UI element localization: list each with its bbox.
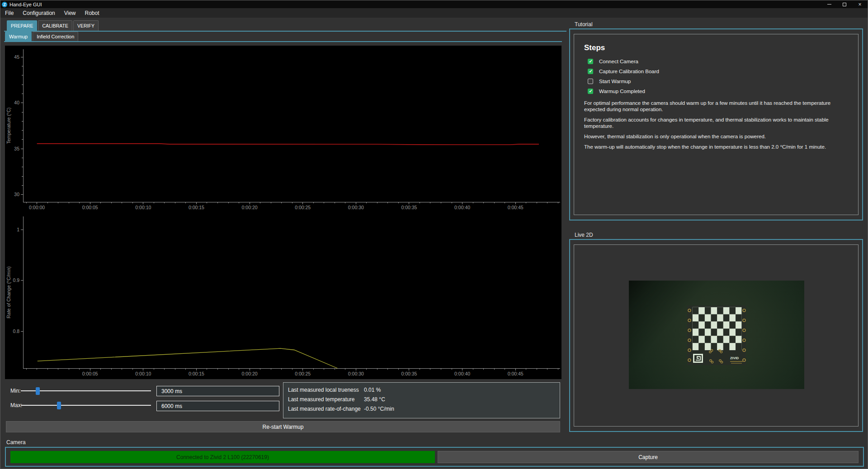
step-connect-camera: Connect Camera xyxy=(588,59,846,64)
info-row-temperature: Last measured temperature 35.48 °C xyxy=(288,396,560,403)
rate-of-change-chart: 0:00:050:00:100:00:150:00:200:00:250:00:… xyxy=(5,213,561,379)
step-checkbox[interactable] xyxy=(588,79,593,84)
step-start-warmup: Start Warmup xyxy=(588,79,846,84)
svg-text:Rate of Change (°C/min): Rate of Change (°C/min) xyxy=(6,266,11,318)
steps-heading: Steps xyxy=(584,43,846,52)
capture-button[interactable]: Capture xyxy=(438,451,859,463)
tab-infield-correction[interactable]: Infield Correction xyxy=(33,32,78,41)
tutorial-paragraph: However, thermal stabilization is only o… xyxy=(584,133,846,140)
camera-connection-status: Connected to Zivid 2 L100 (22270619) xyxy=(10,451,435,463)
svg-text:0:00:10: 0:00:10 xyxy=(135,371,151,376)
trueness-value: 0.01 % xyxy=(364,387,381,393)
tab-warmup[interactable]: Warmup xyxy=(5,32,32,41)
tutorial-paragraph: Factory calibration accounts for changes… xyxy=(584,117,846,129)
board-brand-text: ZIVID xyxy=(730,356,739,360)
menu-file[interactable]: File xyxy=(0,8,18,18)
svg-text:0:00:10: 0:00:10 xyxy=(135,205,151,210)
sub-tab-bar: Warmup Infield Correction xyxy=(5,32,78,41)
tutorial-paragraphs: For optimal performance the camera shoul… xyxy=(584,100,846,150)
close-button[interactable]: × xyxy=(852,0,868,8)
max-value-field[interactable]: 6000 ms xyxy=(156,401,279,411)
svg-text:40: 40 xyxy=(14,100,19,105)
zivid-logo-icon: Z xyxy=(2,2,7,7)
menu-view[interactable]: View xyxy=(60,8,80,18)
minimize-icon xyxy=(827,4,831,5)
sub-tab-underline xyxy=(4,41,562,42)
restart-warmup-button[interactable]: Re-start Warmup xyxy=(6,421,560,432)
trueness-label: Last measured local trueness xyxy=(288,387,364,393)
svg-text:30: 30 xyxy=(14,192,19,197)
svg-text:0:00:35: 0:00:35 xyxy=(401,205,417,210)
tutorial-paragraph: The warm-up will automatically stop when… xyxy=(584,144,846,150)
min-slider[interactable] xyxy=(21,390,151,391)
svg-text:0:00:45: 0:00:45 xyxy=(508,205,524,210)
rate-value: -0.50 °C/min xyxy=(364,406,394,412)
svg-text:0:00:35: 0:00:35 xyxy=(401,371,417,376)
main-tab-underline xyxy=(4,31,566,32)
min-slider-handle[interactable] xyxy=(36,387,40,395)
svg-text:0:00:40: 0:00:40 xyxy=(454,371,470,376)
tab-calibrate[interactable]: CALIBRATE xyxy=(38,20,72,31)
calibration-board-image: ZIVID xyxy=(629,281,804,389)
tab-verify[interactable]: VERIFY xyxy=(73,20,99,31)
svg-text:35: 35 xyxy=(14,146,19,151)
max-slider-handle[interactable] xyxy=(57,402,61,409)
step-label: Capture Calibration Board xyxy=(599,69,659,74)
menu-bar: File Configuration View Robot xyxy=(0,8,868,18)
temperature-chart: 0:00:000:00:050:00:100:00:150:00:200:00:… xyxy=(5,46,561,213)
svg-text:0:00:25: 0:00:25 xyxy=(295,371,311,376)
svg-text:0:00:30: 0:00:30 xyxy=(348,205,364,210)
info-row-rate: Last measured rate-of-change -0.50 °C/mi… xyxy=(288,406,560,412)
svg-text:0:00:20: 0:00:20 xyxy=(242,371,258,376)
svg-text:0:00:05: 0:00:05 xyxy=(82,205,98,210)
svg-text:0:00:20: 0:00:20 xyxy=(242,205,258,210)
step-label: Start Warmup xyxy=(599,79,631,84)
menu-robot[interactable]: Robot xyxy=(80,8,104,18)
camera-group-label: Camera xyxy=(6,439,26,446)
svg-text:Temperature (°C): Temperature (°C) xyxy=(6,108,11,144)
temperature-value: 35.48 °C xyxy=(364,396,385,403)
live2d-group-label: Live 2D xyxy=(575,232,593,238)
board-small-text-line xyxy=(731,363,742,364)
svg-text:0:00:40: 0:00:40 xyxy=(454,205,470,210)
window-title: Hand-Eye GUI xyxy=(9,2,42,7)
restore-icon xyxy=(843,3,846,6)
svg-text:0:00:00: 0:00:00 xyxy=(29,205,45,210)
tutorial-content: Steps Connect Camera Capture Calibration… xyxy=(574,34,859,215)
svg-text:0.9: 0.9 xyxy=(13,277,19,283)
svg-text:1: 1 xyxy=(17,227,19,232)
max-slider[interactable] xyxy=(21,405,151,406)
svg-text:0.8: 0.8 xyxy=(13,328,19,334)
step-label: Connect Camera xyxy=(599,59,638,64)
measurement-info-box: Last measured local trueness 0.01 % Last… xyxy=(283,382,560,418)
window-controls: × xyxy=(821,0,868,8)
tab-prepare[interactable]: PREPARE xyxy=(7,20,37,31)
min-slider-label: Min: xyxy=(10,388,21,394)
temperature-label: Last measured temperature xyxy=(288,396,364,403)
info-row-trueness: Last measured local trueness 0.01 % xyxy=(288,387,560,393)
step-checkbox[interactable] xyxy=(588,59,593,64)
min-value-field[interactable]: 3000 ms xyxy=(156,386,279,396)
step-capture-board: Capture Calibration Board xyxy=(588,69,846,74)
minimize-button[interactable] xyxy=(821,0,837,8)
steps-list: Connect Camera Capture Calibration Board… xyxy=(588,59,846,94)
board-small-text-line xyxy=(730,361,743,362)
rate-label: Last measured rate-of-change xyxy=(288,406,364,412)
svg-text:0:00:15: 0:00:15 xyxy=(189,205,204,210)
svg-text:0:00:05: 0:00:05 xyxy=(82,371,98,376)
zivid-marker xyxy=(693,354,703,363)
step-checkbox[interactable] xyxy=(588,89,593,94)
title-bar: Z Hand-Eye GUI × xyxy=(0,0,868,8)
live2d-camera-image: ZIVID xyxy=(629,281,804,389)
svg-text:0:00:25: 0:00:25 xyxy=(295,205,311,210)
tutorial-group-label: Tutorial xyxy=(575,21,593,28)
step-warmup-completed: Warmup Completed xyxy=(588,89,846,94)
restore-button[interactable] xyxy=(837,0,852,8)
svg-text:0:00:15: 0:00:15 xyxy=(189,371,204,376)
step-checkbox[interactable] xyxy=(588,69,593,74)
svg-text:0:00:30: 0:00:30 xyxy=(348,371,364,376)
main-tab-bar: PREPARE CALIBRATE VERIFY xyxy=(7,20,99,31)
tutorial-paragraph: For optimal performance the camera shoul… xyxy=(584,100,846,113)
menu-configuration[interactable]: Configuration xyxy=(18,8,59,18)
svg-text:0:00:45: 0:00:45 xyxy=(508,371,524,376)
